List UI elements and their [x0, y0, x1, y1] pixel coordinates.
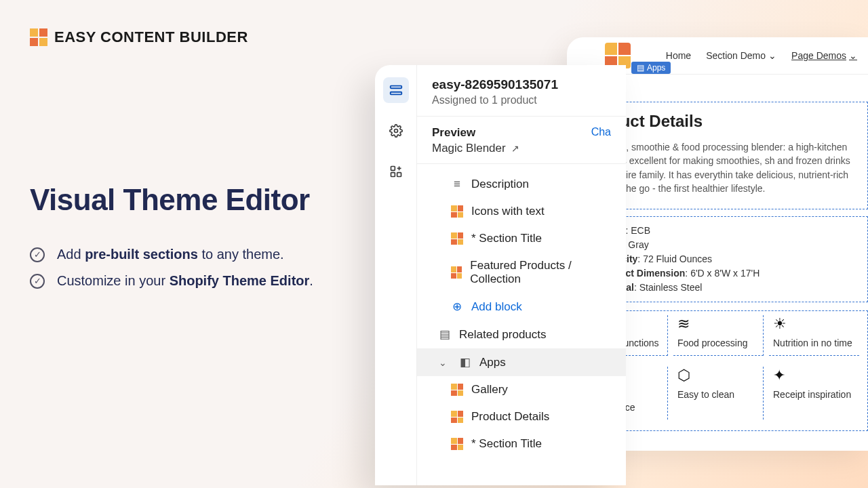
section-list: ≡ Description Icons with text * Section … [417, 164, 626, 458]
apps-icon: ◧ [459, 355, 471, 369]
hero: Visual Theme Editor ✓ Add pre-built sect… [30, 183, 313, 300]
feature-item: ≋ Food processing [673, 315, 764, 356]
feature-item: ⬡ Easy to clean [673, 367, 764, 420]
check-icon: ✓ [30, 247, 45, 262]
block-icons-with-text[interactable]: Icons with text [417, 198, 626, 225]
nav-section-demo[interactable]: Section Demo ⌄ [706, 50, 776, 61]
bucket-icon: ⬡ [677, 367, 759, 383]
svg-rect-4 [397, 173, 401, 177]
apps-badge: ▤ Apps [631, 62, 671, 74]
theme-editor-panel: easy-8269590135071 Assigned to 1 product… [375, 65, 626, 485]
hero-bullet-1: ✓ Add pre-built sections to any theme. [30, 247, 313, 262]
ecb-block-icon [451, 205, 463, 218]
nav-home[interactable]: Home [666, 50, 691, 61]
block-section-title[interactable]: * Section Title [417, 225, 626, 252]
brand-name: Easy Content Builder [54, 28, 248, 46]
section-icon: ▤ [439, 327, 451, 342]
block-featured-products[interactable]: Featured Products / Collection [417, 252, 626, 293]
hero-bullet-2: ✓ Customize in your Shopify Theme Editor… [30, 273, 313, 289]
spec-row: Capacity: 72 Fluid Ounces [598, 252, 854, 266]
ecb-block-icon [451, 232, 463, 245]
ecb-block-icon [451, 384, 463, 396]
block-gallery[interactable]: Gallery [417, 376, 626, 403]
chevron-down-icon: ⌄ [849, 50, 857, 61]
svg-point-2 [394, 129, 397, 133]
external-link-icon[interactable]: ↗ [511, 143, 519, 154]
feature-item: ✦ Receipt inspiration [769, 367, 859, 420]
section-icon: ▤ [637, 63, 644, 73]
text-icon: ≡ [451, 178, 463, 191]
block-description[interactable]: ≡ Description [417, 171, 626, 198]
spec-row: Material: Stainless Steel [598, 281, 854, 295]
editor-rail [375, 65, 417, 485]
ecb-block-icon [451, 438, 463, 450]
svg-rect-1 [390, 92, 401, 95]
rail-settings-button[interactable] [383, 118, 409, 144]
ecb-block-icon [451, 411, 463, 423]
svg-rect-3 [391, 167, 395, 171]
block-section-title-2[interactable]: * Section Title [417, 430, 626, 458]
section-related-products[interactable]: ▤ Related products [417, 321, 626, 348]
add-block-button[interactable]: ⊕ Add block [417, 293, 626, 321]
change-preview-link[interactable]: Cha [591, 126, 611, 140]
feature-item: ☀ Nutrition in no time [769, 315, 859, 356]
ecb-block-icon [451, 266, 462, 279]
template-name: easy-8269590135071 [432, 77, 611, 92]
nav-page-demos[interactable]: Page Demos ⌄ [791, 50, 857, 61]
rail-apps-button[interactable] [383, 159, 409, 184]
chevron-down-icon[interactable]: ⌄ [439, 357, 447, 368]
svg-rect-5 [391, 173, 395, 177]
brand-logo-icon [30, 28, 47, 46]
waves-icon: ≋ [677, 315, 759, 331]
section-apps[interactable]: ⌄ ◧ Apps [417, 348, 626, 376]
spec-row: Product Dimension: 6'D x 8'W x 17'H [598, 266, 854, 281]
rail-sections-button[interactable] [383, 77, 409, 103]
chevron-down-icon: ⌄ [768, 50, 776, 61]
brand: Easy Content Builder [30, 28, 248, 46]
spec-row: Brand: ECB [598, 224, 854, 238]
sparkle-icon: ✦ [773, 367, 855, 383]
hero-title: Visual Theme Editor [30, 183, 313, 217]
spec-row: Color: Gray [598, 238, 854, 252]
preview-target[interactable]: Magic Blender ↗ [432, 142, 611, 155]
sun-icon: ☀ [773, 315, 855, 331]
svg-rect-0 [390, 86, 401, 89]
preview-label: Preview [432, 126, 475, 140]
block-product-details[interactable]: Product Details [417, 403, 626, 430]
check-icon: ✓ [30, 274, 45, 289]
template-assigned: Assigned to 1 product [432, 94, 611, 106]
plus-circle-icon: ⊕ [451, 300, 463, 314]
